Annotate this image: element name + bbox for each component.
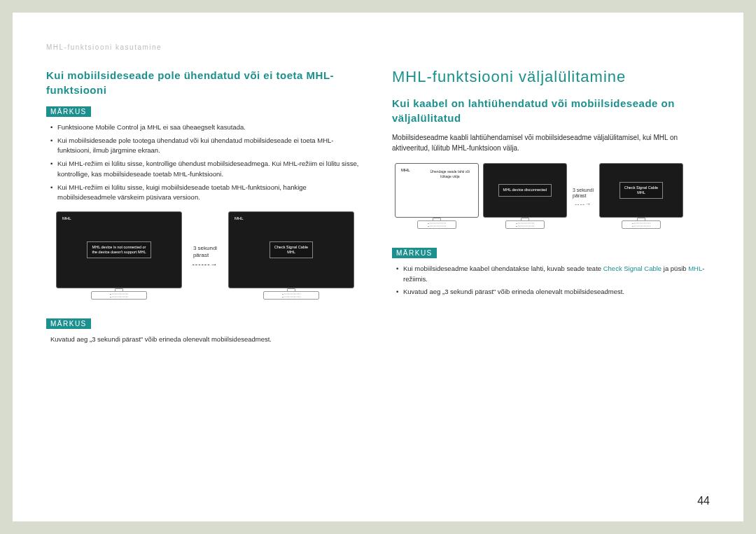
note-badge: MÄRKUS: [392, 248, 437, 258]
screen-message: MHL device is not connected or the devic…: [87, 241, 150, 258]
monitor-stand: [505, 218, 545, 232]
screen-message: MHL device disconnected: [498, 184, 552, 196]
monitor-unit: MHL Check Signal Cable MHL: [228, 211, 354, 302]
left-trailing-note: Kuvatud aeg „3 sekundi pärast" võib erin…: [46, 335, 364, 345]
right-notes-list: Kui mobiilsideseadme kaabel ühendatakse …: [392, 264, 710, 297]
monitor-unit: MHL device disconnected: [483, 163, 567, 232]
arrow-label: 3 sekundi pärast ----→: [571, 188, 595, 207]
note-item: Kuvatud aeg „3 sekundi pärast" võib erin…: [396, 287, 710, 297]
page-number: 44: [697, 495, 710, 507]
monitor-screen: MHL device disconnected: [483, 163, 567, 218]
two-column-layout: Kui mobiilsideseade pole ühendatud või e…: [46, 68, 710, 345]
left-notes-list: Funktsioone Mobile Control ja MHL ei saa…: [46, 122, 364, 203]
mhl-tag: MHL: [401, 168, 410, 172]
page-header: MHL-funktsiooni kasutamine: [46, 43, 710, 51]
note-badge: MÄRKUS: [46, 318, 91, 329]
left-section-title: Kui mobiilsideseade pole ühendatud või e…: [46, 68, 364, 97]
monitor-stand: [91, 288, 147, 302]
accent-text: MHL: [688, 265, 702, 272]
screen-message: Ühendage seade lahti või lülitage välja: [426, 168, 474, 181]
monitor-stand: [263, 288, 319, 302]
arrow-text: 3 sekundi pärast: [193, 245, 217, 258]
manual-page: MHL-funktsiooni kasutamine Kui mobiilsid…: [13, 13, 743, 521]
monitor-screen: MHL MHL device is not connected or the d…: [56, 211, 182, 288]
screen-message: Check Signal Cable MHL: [270, 241, 313, 258]
right-column: MHL-funktsiooni väljalülitamine Kui kaab…: [392, 68, 710, 345]
arrow-icon: ------→: [192, 260, 218, 269]
note-text: ja püsib: [662, 265, 688, 272]
screen-message: Check Signal Cable MHL: [620, 182, 663, 199]
mhl-tag: MHL: [234, 216, 244, 220]
left-monitor-diagram: MHL MHL device is not connected or the d…: [56, 211, 364, 302]
left-column: Kui mobiilsideseade pole ühendatud või e…: [46, 68, 364, 345]
right-monitor-diagram: MHL Ühendage seade lahti või lülitage vä…: [395, 163, 710, 232]
monitor-stand: [417, 218, 456, 232]
right-body-text: Mobiilsideseadme kaabli lahtiühendamisel…: [392, 132, 710, 153]
monitor-unit: MHL MHL device is not connected or the d…: [56, 211, 182, 302]
note-item: Kui MHL-režiim ei lülitu sisse, kuigi mo…: [50, 183, 364, 203]
right-subtitle: Kui kaabel on lahtiühendatud või mobiils…: [392, 96, 710, 125]
monitor-screen: Check Signal Cable MHL: [599, 163, 683, 218]
note-text: Kui mobiilsideseadme kaabel ühendatakse …: [403, 265, 603, 272]
note-item: Funktsioone Mobile Control ja MHL ei saa…: [50, 122, 364, 133]
mhl-tag: MHL: [62, 216, 71, 220]
arrow-icon: ----→: [575, 201, 592, 208]
note-item: Kui mobiilsideseade pole tootega ühendat…: [50, 136, 364, 156]
monitor-screen: MHL Check Signal Cable MHL: [228, 211, 354, 288]
accent-text: Check Signal Cable: [603, 265, 662, 272]
note-badge: MÄRKUS: [46, 106, 91, 117]
arrow-label: 3 sekundi pärast ------→: [189, 245, 221, 268]
monitor-screen: MHL Ühendage seade lahti või lülitage vä…: [395, 163, 479, 218]
monitor-unit: MHL Ühendage seade lahti või lülitage vä…: [395, 163, 479, 232]
monitor-unit: Check Signal Cable MHL: [599, 163, 683, 232]
note-item: Kui MHL-režiim ei lülitu sisse, kontroll…: [50, 159, 364, 179]
monitor-stand: [622, 218, 661, 232]
right-main-title: MHL-funktsiooni väljalülitamine: [392, 68, 710, 86]
note-item: Kui mobiilsideseadme kaabel ühendatakse …: [396, 264, 710, 284]
arrow-text: 3 sekundi pärast: [573, 188, 594, 199]
